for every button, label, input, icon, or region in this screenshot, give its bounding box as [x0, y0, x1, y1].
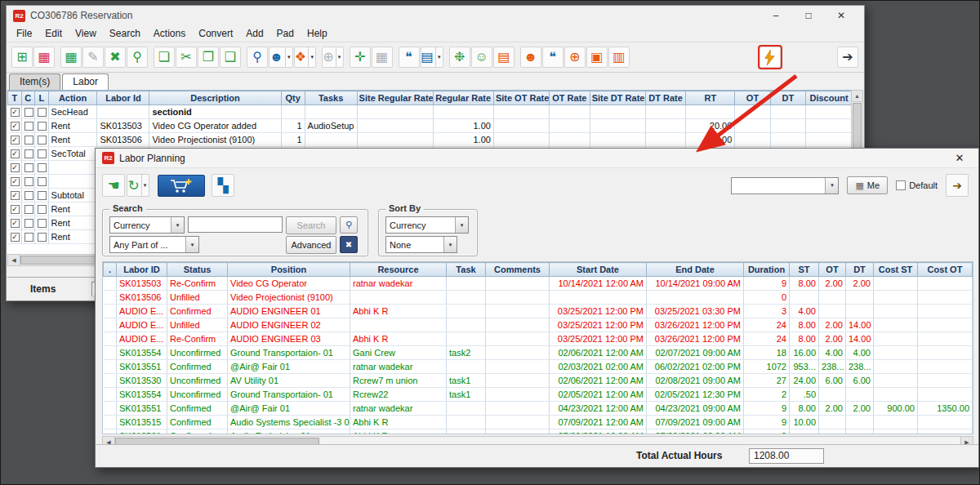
me-button[interactable]: ▦ Me: [847, 176, 888, 194]
row-checkbox-checked[interactable]: ✓: [11, 163, 20, 172]
exit-icon[interactable]: ➔: [837, 47, 858, 68]
delete-icon[interactable]: ✖: [105, 47, 126, 68]
labor-row[interactable]: SK013515ConfirmedAudio Systems Specialis…: [104, 416, 973, 429]
chevron-down-icon[interactable]: ▾: [455, 217, 468, 233]
labor-row[interactable]: AUDIO E...Re-ConfirmAUDIO ENGINEER 03Abh…: [104, 332, 973, 346]
refresh-icon[interactable]: ↻ ▾: [127, 174, 149, 197]
labor-row[interactable]: SK013554UnconfirmedGround Transportaion-…: [104, 388, 973, 402]
labor-planning-icon[interactable]: [760, 47, 781, 68]
exit-icon[interactable]: ➔: [946, 174, 969, 197]
main-col-header[interactable]: Description: [149, 91, 281, 105]
row-checkbox[interactable]: [24, 122, 33, 131]
dialog-col-header[interactable]: Status: [167, 263, 228, 277]
scroll-up-icon[interactable]: ▲: [852, 91, 862, 102]
row-checkbox[interactable]: [24, 177, 33, 186]
find-duplicate-icon[interactable]: ❏: [154, 47, 175, 68]
labor-row[interactable]: SK013551Confirmed@Air@ Fair 01ratnar wad…: [104, 402, 973, 416]
row-checkbox-checked[interactable]: ✓: [11, 191, 20, 200]
main-col-header[interactable]: Site DT Rate: [590, 91, 645, 105]
menu-item-file[interactable]: File: [10, 26, 38, 41]
truck-icon[interactable]: ▥: [608, 47, 630, 68]
invoice-icon[interactable]: ▤: [493, 47, 514, 68]
dialog-col-header[interactable]: Task: [447, 263, 486, 277]
labor-row[interactable]: SK013530UnconfirmedAV Utility 01Rcrew7 m…: [104, 374, 973, 388]
row-checkbox-checked[interactable]: ✓: [11, 122, 20, 131]
dialog-col-header[interactable]: OT: [819, 263, 846, 277]
save-icon[interactable]: ▦: [60, 47, 82, 68]
row-checkbox-checked[interactable]: ✓: [11, 177, 20, 186]
menu-item-help[interactable]: Help: [301, 26, 334, 41]
dialog-col-header[interactable]: Cost ST: [874, 263, 918, 277]
row-checkbox[interactable]: [38, 233, 47, 242]
row-checkbox[interactable]: [24, 149, 33, 158]
main-col-header[interactable]: OT: [735, 91, 770, 105]
chevron-down-icon[interactable]: ▾: [825, 178, 838, 194]
person-find-icon[interactable]: ☻: [520, 47, 541, 68]
row-checkbox[interactable]: [24, 163, 33, 172]
labor-row[interactable]: SK013506UnfilledVideo Projectionist (910…: [104, 291, 973, 305]
dialog-col-header[interactable]: Cost OT: [918, 263, 973, 277]
item-row[interactable]: ✓RentSK013503Video CG Operator added1Aud…: [8, 119, 853, 133]
person-add-icon[interactable]: ⊕: [564, 47, 586, 68]
row-checkbox[interactable]: [38, 136, 47, 145]
menu-item-edit[interactable]: Edit: [38, 26, 69, 41]
chevron-down-icon[interactable]: ▾: [443, 237, 457, 252]
main-col-header[interactable]: RT: [686, 91, 735, 105]
dialog-close-icon[interactable]: ✕: [947, 149, 972, 168]
columns-icon[interactable]: ▚: [212, 174, 234, 197]
row-checkbox[interactable]: [38, 205, 47, 214]
cut-icon[interactable]: ✂: [176, 47, 197, 68]
tab-labor[interactable]: Labor: [62, 73, 109, 90]
item-row[interactable]: ✓SecHeadsectionid: [8, 105, 853, 119]
main-col-header[interactable]: Regular Rate: [433, 91, 493, 105]
dialog-col-header[interactable]: Resource: [350, 263, 447, 277]
expand-icon[interactable]: ✛: [350, 47, 371, 68]
new-item-icon[interactable]: ⊞: [11, 47, 33, 68]
calendar-icon[interactable]: ▤▾: [421, 47, 443, 68]
copy-icon[interactable]: ❐: [198, 47, 219, 68]
components-icon-dropdown[interactable]: ▾: [308, 47, 315, 67]
item-row[interactable]: ✓RentSK013506Video Projectionist (9100)1…: [8, 133, 853, 147]
main-col-header[interactable]: Qty: [281, 91, 305, 105]
search-button[interactable]: Search: [286, 216, 336, 234]
dialog-col-header[interactable]: DT: [846, 263, 874, 277]
menu-item-pad[interactable]: Pad: [270, 26, 301, 41]
photo-icon[interactable]: ▣: [586, 47, 608, 68]
menu-item-actions[interactable]: Actions: [147, 26, 192, 41]
layout-icon[interactable]: ▦: [372, 47, 393, 68]
person-search-icon-dropdown[interactable]: ▾: [285, 47, 292, 67]
row-checkbox[interactable]: [38, 163, 47, 172]
main-col-header[interactable]: Site Regular Rate: [357, 91, 433, 105]
row-checkbox[interactable]: [24, 108, 33, 117]
menu-item-view[interactable]: View: [69, 26, 103, 41]
main-col-header[interactable]: Labor Id: [97, 91, 149, 105]
person-search-icon[interactable]: ☻▾: [269, 47, 293, 68]
labor-row[interactable]: SK013551Confirmed@Air@ Fair 01ratnar wad…: [104, 360, 973, 374]
dialog-col-header[interactable]: Duration: [744, 263, 790, 277]
labor-row[interactable]: SK013554UnconfirmedGround Transportaion-…: [104, 346, 973, 360]
row-checkbox[interactable]: [38, 177, 47, 186]
components-icon[interactable]: ❖▾: [294, 47, 316, 68]
row-checkbox[interactable]: [38, 108, 47, 117]
view-combobox[interactable]: ▾: [731, 177, 839, 194]
chevron-down-icon[interactable]: ▾: [171, 217, 184, 233]
dialog-col-header[interactable]: Comments: [486, 263, 550, 277]
dialog-col-header[interactable]: .: [104, 263, 117, 277]
search-input[interactable]: [188, 216, 283, 233]
row-checkbox-checked[interactable]: ✓: [11, 136, 20, 145]
sort-order-combobox[interactable]: None ▾: [385, 236, 457, 253]
main-col-header[interactable]: Action: [48, 91, 97, 105]
search-icon[interactable]: ⚲: [127, 47, 148, 68]
maximize-button[interactable]: □: [792, 6, 825, 25]
row-checkbox-checked[interactable]: ✓: [11, 205, 20, 214]
labor-row[interactable]: AUDIO E...ConfirmedAUDIO ENGINEER 01Abhi…: [104, 305, 973, 318]
chevron-down-icon[interactable]: ▾: [185, 237, 198, 252]
close-button[interactable]: ✕: [825, 6, 858, 25]
row-checkbox-checked[interactable]: ✓: [11, 233, 20, 242]
row-checkbox[interactable]: [38, 219, 47, 228]
minimize-button[interactable]: –: [760, 6, 792, 25]
calendar-icon-dropdown[interactable]: ▾: [435, 47, 443, 67]
row-checkbox[interactable]: [24, 233, 33, 242]
advanced-button[interactable]: Advanced: [286, 236, 336, 254]
scroll-left-icon[interactable]: ◀: [8, 255, 20, 265]
